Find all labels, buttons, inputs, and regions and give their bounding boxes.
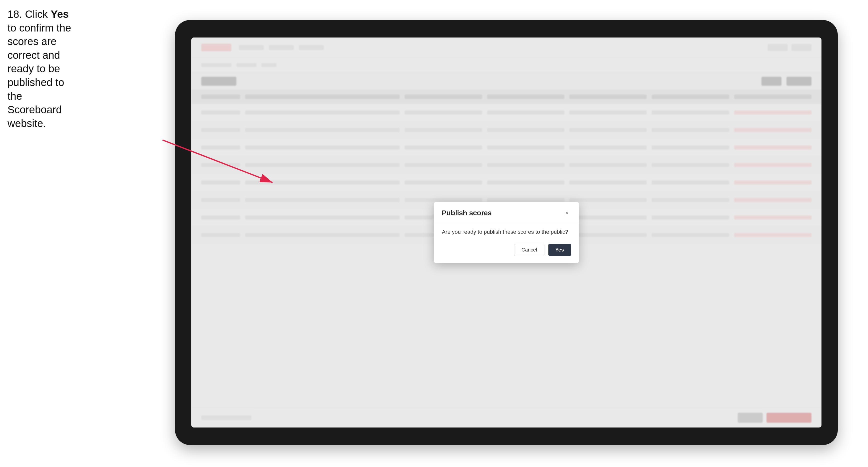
instruction-text: 18. Click Yes to confirm the scores are … bbox=[7, 7, 78, 130]
modal-overlay: Publish scores × Are you ready to publis… bbox=[191, 37, 822, 428]
tablet-device: Publish scores × Are you ready to publis… bbox=[175, 20, 838, 445]
yes-button[interactable]: Yes bbox=[549, 244, 571, 256]
publish-scores-modal: Publish scores × Are you ready to publis… bbox=[434, 202, 579, 263]
step-number: 18. bbox=[7, 8, 22, 20]
instruction-prefix: Click bbox=[25, 8, 51, 20]
modal-actions: Cancel Yes bbox=[442, 244, 571, 256]
instruction-bold: Yes bbox=[51, 8, 69, 20]
modal-body: Are you ready to publish these scores to… bbox=[434, 222, 579, 263]
modal-close-button[interactable]: × bbox=[563, 209, 571, 217]
cancel-button[interactable]: Cancel bbox=[514, 244, 544, 256]
modal-title: Publish scores bbox=[442, 209, 492, 217]
modal-header: Publish scores × bbox=[434, 202, 579, 222]
instruction-body: to confirm the scores are correct and re… bbox=[7, 22, 71, 129]
modal-message: Are you ready to publish these scores to… bbox=[442, 228, 571, 236]
tablet-screen: Publish scores × Are you ready to publis… bbox=[191, 37, 822, 428]
